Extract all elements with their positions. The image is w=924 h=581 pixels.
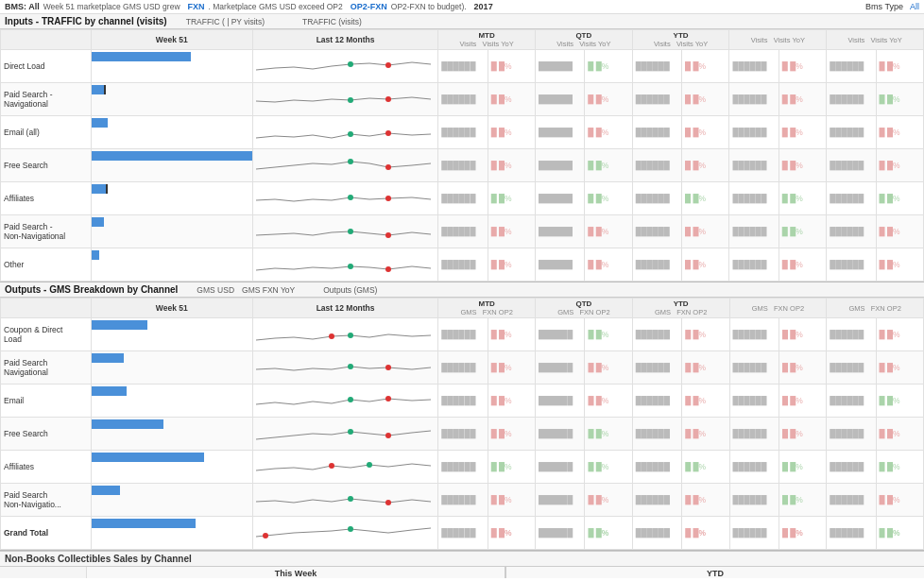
gms-qtd-fxn: █ █% bbox=[585, 451, 632, 484]
ytd-visits: ██████ bbox=[632, 149, 681, 182]
mtd-visits: ██████ bbox=[438, 149, 488, 182]
yoy3: █ █% bbox=[876, 182, 924, 215]
nb-section: Non-Books Collectibles Sales by Channel … bbox=[0, 551, 924, 578]
ytd-visits: ██████ bbox=[632, 116, 681, 149]
row-label: Free Search bbox=[1, 149, 92, 182]
table-row: Other ██████ █ █% ██████ █ █% bbox=[1, 248, 924, 282]
svg-point-2 bbox=[348, 97, 353, 103]
gms-outputs-label: Outputs (GMS) bbox=[323, 285, 377, 295]
svg-point-27 bbox=[348, 526, 353, 532]
gms-3: ██████ bbox=[827, 517, 876, 550]
mtd-yoy: █ █% bbox=[488, 116, 535, 149]
svg-point-23 bbox=[367, 462, 372, 468]
svg-point-20 bbox=[348, 429, 353, 435]
traffic-section-header: Inputs - TRAFFIC by channel (visits) TRA… bbox=[0, 14, 924, 29]
sparkline-cell bbox=[252, 451, 437, 484]
gms-2-fxn: █ █% bbox=[779, 517, 826, 550]
qtd-yoy: █ █% bbox=[585, 116, 632, 149]
svg-point-14 bbox=[348, 333, 353, 338]
traffic-table: Week 51 Last 12 Months MTDVisits Visits … bbox=[0, 29, 924, 282]
gms-3: ██████ bbox=[827, 484, 876, 517]
mtd-yoy: █ █% bbox=[488, 248, 535, 282]
visits3: ██████ bbox=[827, 149, 876, 182]
gms-table: Week 51 Last 12 Months MTDGMS FXN OP2 QT… bbox=[0, 298, 924, 550]
gms-3: ██████ bbox=[827, 418, 876, 451]
visits3: ██████ bbox=[827, 215, 876, 248]
nb-title: Non-Books Collectibles Sales by Channel bbox=[5, 554, 192, 564]
nb-ytd-header: YTD NON-BOOK bbox=[506, 567, 924, 578]
sparkline-cell bbox=[252, 484, 437, 517]
desc2: . Marketplace GMS USD exceed OP2 bbox=[209, 2, 343, 11]
sparkline-cell bbox=[252, 351, 437, 384]
nb-header: Non-Books Collectibles Sales by Channel bbox=[0, 552, 924, 567]
qtd-yoy: █ █% bbox=[585, 248, 632, 282]
table-row: Free Search ██████ █ █% ██████ █ bbox=[1, 149, 924, 182]
mtd-visits: ██████ bbox=[438, 83, 488, 116]
yoy3: █ █% bbox=[876, 116, 924, 149]
sparkline-cell bbox=[252, 517, 437, 550]
sparkline-cell bbox=[252, 83, 437, 116]
table-row: Coupon & DirectLoad ██████ █ █% ██████ █… bbox=[1, 318, 924, 351]
gms-3-fxn: █ █% bbox=[876, 418, 923, 451]
header-bar: BMS: All Week 51 marketplace GMS USD gre… bbox=[0, 0, 924, 14]
qtd-visits: ██████ bbox=[535, 116, 584, 149]
gms-section: Outputs - GMS Breakdown by Channel GMS U… bbox=[0, 282, 924, 551]
gms-2-fxn: █ █% bbox=[779, 384, 826, 418]
ytd-yoy: █ █% bbox=[682, 116, 729, 149]
ytd-visits: ██████ bbox=[632, 50, 681, 83]
traffic-col-extra2: Visits Visits YoY bbox=[827, 30, 924, 50]
ytd-yoy: █ █% bbox=[682, 149, 729, 182]
gms-ytd-fxn: █ █% bbox=[682, 517, 729, 550]
gms-3: ██████ bbox=[827, 451, 876, 484]
gms-col-last12: Last 12 Months bbox=[252, 299, 437, 318]
gms-col-extra1: GMS FXN OP2 bbox=[729, 299, 827, 318]
traffic-col-channel bbox=[1, 30, 92, 50]
yoy3: █ █% bbox=[876, 149, 924, 182]
gms-ytd-fxn: █ █% bbox=[682, 318, 729, 351]
mtd-yoy: █ █% bbox=[488, 83, 535, 116]
row-label: Affiliates bbox=[1, 451, 92, 484]
gms-qtd-fxn: █ █% bbox=[585, 517, 632, 550]
svg-point-8 bbox=[348, 195, 353, 200]
gms-3-fxn: █ █% bbox=[876, 318, 923, 351]
gms-usd-label: GMS USD bbox=[197, 285, 234, 295]
svg-point-10 bbox=[348, 229, 353, 234]
gms-3: ██████ bbox=[827, 351, 876, 384]
visits3: ██████ bbox=[827, 83, 876, 116]
table-row: Email (all) ██████ █ █% ██████ █ bbox=[1, 116, 924, 149]
mtd-yoy: █ █% bbox=[488, 149, 535, 182]
desc3: OP2-FXN to budget). bbox=[391, 2, 467, 11]
gms-2: ██████ bbox=[729, 384, 779, 418]
bms-label: BMS: All bbox=[5, 2, 40, 11]
row-label: Paid SearchNavigational bbox=[1, 351, 92, 384]
gms-ytd: ██████ bbox=[632, 517, 681, 550]
sparkline-cell bbox=[252, 215, 437, 248]
qtd-yoy: █ █% bbox=[585, 83, 632, 116]
mtd-visits: ██████ bbox=[438, 215, 488, 248]
gms-2-fxn: █ █% bbox=[779, 318, 826, 351]
gms-col-extra2: GMS FXN OP2 bbox=[827, 299, 924, 318]
year-label: 2017 bbox=[474, 2, 493, 11]
gms-3: ██████ bbox=[827, 384, 876, 418]
qtd-visits: ██████ bbox=[535, 215, 584, 248]
svg-point-19 bbox=[385, 396, 391, 402]
gms-2: ██████ bbox=[729, 418, 779, 451]
table-row: Grand Total ██████ █ █% ██████ █ █% ████… bbox=[1, 517, 924, 550]
ytd-yoy: █ █% bbox=[682, 50, 729, 83]
bar-cell bbox=[91, 215, 252, 248]
bar-cell bbox=[91, 484, 252, 517]
bar-cell bbox=[91, 50, 252, 83]
visits3: ██████ bbox=[827, 116, 876, 149]
yoy3: █ █% bbox=[876, 248, 924, 282]
gms-qtd: ██████ bbox=[536, 318, 585, 351]
svg-point-3 bbox=[385, 96, 391, 102]
row-label: Free Search bbox=[1, 418, 92, 451]
bms-type-val[interactable]: All bbox=[910, 2, 919, 11]
row-label: Email bbox=[1, 384, 92, 418]
bar-cell bbox=[91, 182, 252, 215]
row-label: Paid Search -Navigational bbox=[1, 83, 92, 116]
yoy2: █ █% bbox=[779, 248, 826, 282]
qtd-visits: ██████ bbox=[535, 50, 584, 83]
gms-ytd-fxn: █ █% bbox=[682, 384, 729, 418]
gms-ytd: ██████ bbox=[632, 484, 681, 517]
